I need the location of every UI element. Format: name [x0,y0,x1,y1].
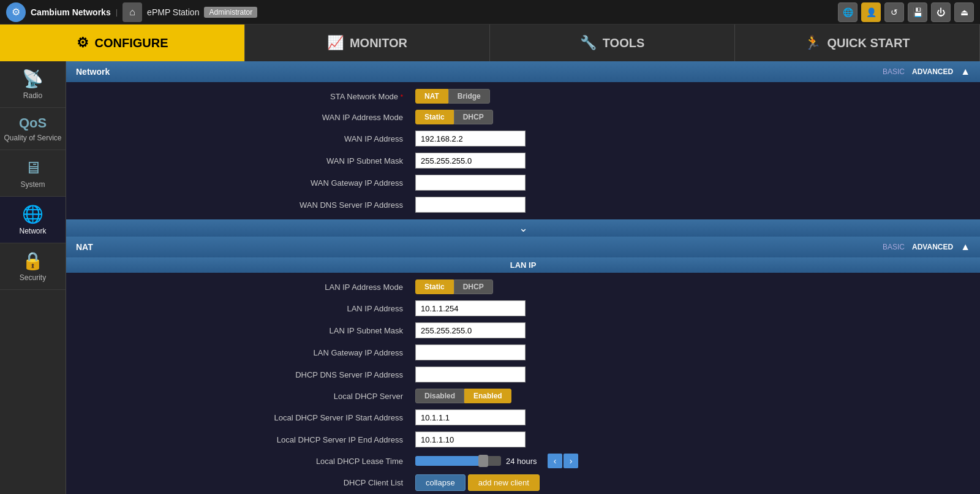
globe-icon-btn[interactable]: 🌐 [838,2,858,22]
dhcp-lease-nav: ‹ › [548,454,578,468]
top-bar-right: 🌐 👤 ↺ 💾 ⏻ ⏏ [838,2,974,22]
sta-bridge-btn[interactable]: Bridge [448,89,490,104]
dhcp-end-input[interactable] [415,431,526,447]
refresh-icon-btn[interactable]: ↺ [884,2,904,22]
main-layout: 📡 Radio QoS Quality of Service 🖥 System … [0,61,980,494]
required-star: * [401,93,403,101]
sidebar-item-radio-label: Radio [23,91,42,100]
wan-dns-input[interactable] [415,197,526,213]
power-icon-btn[interactable]: ⏻ [931,2,951,22]
nat-basic-link[interactable]: BASIC [883,243,905,251]
wan-subnet-input[interactable] [415,153,526,169]
network-advanced-link[interactable]: ADVANCED [912,67,953,76]
wan-ip-input[interactable] [415,131,526,146]
nat-section-controls: BASIC ADVANCED ▲ [883,241,970,253]
sidebar-item-qos-label: Quality of Service [4,134,61,142]
wan-subnet-row: WAN IP Subnet Mask [78,150,968,172]
save-icon-btn[interactable]: 💾 [908,2,927,22]
top-bar: ⚙ Cambium Networks | ⌂ ePMP Station Admi… [0,0,980,25]
collapse-btn[interactable]: collapse [415,474,466,491]
nat-advanced-link[interactable]: ADVANCED [912,243,953,251]
network-expand-row[interactable]: ⌄ [66,219,980,237]
network-basic-link[interactable]: BASIC [883,67,905,76]
lan-ip-subtitle: LAN IP [66,257,980,273]
nat-collapse-btn[interactable]: ▲ [960,241,970,253]
dhcp-end-controls [415,431,526,447]
dhcp-dns-input[interactable] [415,367,526,382]
sidebar-item-security[interactable]: 🔒 Security [0,243,66,290]
security-icon: 🔒 [22,251,43,271]
sta-network-mode-controls: NAT Bridge [415,89,490,104]
tab-quickstart-label: QUICK START [827,36,910,50]
device-name: ePMP Station [147,7,199,17]
wan-static-btn[interactable]: Static [415,110,454,124]
dhcp-start-input[interactable] [415,409,526,425]
sta-network-mode-label: STA Network Mode * [78,92,415,101]
wan-gateway-row: WAN Gateway IP Address [78,172,968,194]
dhcp-lease-slider-track[interactable] [415,456,501,466]
sidebar-item-security-label: Security [20,273,46,282]
tab-monitor[interactable]: 📈 MONITOR [245,25,490,61]
wan-gateway-input[interactable] [415,175,526,191]
local-dhcp-disabled-btn[interactable]: Disabled [415,389,464,403]
dhcp-client-list-controls: collapse add new client [415,474,540,491]
dhcp-lease-prev-btn[interactable]: ‹ [548,454,562,468]
lan-dhcp-btn[interactable]: DHCP [454,279,493,294]
dhcp-start-label: Local DHCP Server IP Start Address [78,413,415,422]
wan-ip-controls [415,131,526,146]
dhcp-lease-next-btn[interactable]: › [564,454,578,468]
wan-dns-controls [415,197,526,213]
local-dhcp-enabled-btn[interactable]: Enabled [464,389,511,403]
wan-ip-mode-toggle: Static DHCP [415,110,493,124]
wan-ip-mode-row: WAN IP Address Mode Static DHCP [78,107,968,127]
wan-dhcp-btn[interactable]: DHCP [454,110,493,124]
qos-icon: QoS [19,115,47,131]
quickstart-icon: 🏃 [804,35,821,51]
wan-ip-mode-label: WAN IP Address Mode [78,113,415,122]
dhcp-end-row: Local DHCP Server IP End Address [78,428,968,450]
network-section-title: Network [76,67,110,77]
lan-gateway-label: LAN Gateway IP Address [78,348,415,357]
lan-subnet-row: LAN IP Subnet Mask [78,319,968,341]
radio-icon: 📡 [22,69,43,89]
lan-static-btn[interactable]: Static [415,279,454,294]
dhcp-start-row: Local DHCP Server IP Start Address [78,406,968,428]
sidebar: 📡 Radio QoS Quality of Service 🖥 System … [0,61,66,494]
tab-monitor-label: MONITOR [350,36,407,50]
network-collapse-btn[interactable]: ▲ [960,66,970,77]
wan-subnet-controls [415,153,526,169]
wan-ip-label: WAN IP Address [78,134,415,143]
wan-ip-mode-controls: Static DHCP [415,110,493,124]
sta-network-mode-toggle: NAT Bridge [415,89,490,104]
dhcp-lease-value: 24 hours [506,457,543,466]
dhcp-lease-controls: 24 hours ‹ › [415,454,578,468]
lan-gateway-input[interactable] [415,344,526,360]
lan-ip-input[interactable] [415,300,526,316]
sidebar-item-network[interactable]: 🌐 Network [0,197,66,243]
sidebar-item-system[interactable]: 🖥 System [0,150,66,197]
dhcp-dns-row: DHCP DNS Server IP Address [78,363,968,386]
home-icon: ⌂ [123,2,142,22]
tab-tools[interactable]: 🔧 TOOLS [490,25,735,61]
lan-subnet-input[interactable] [415,322,526,338]
dhcp-client-list-label: DHCP Client List [78,478,415,487]
dhcp-client-list-row: DHCP Client List collapse add new client [78,471,968,494]
wan-subnet-label: WAN IP Subnet Mask [78,156,415,165]
lan-subnet-label: LAN IP Subnet Mask [78,326,415,335]
sidebar-item-qos[interactable]: QoS Quality of Service [0,108,66,150]
local-dhcp-row: Local DHCP Server Disabled Enabled [78,386,968,406]
add-new-client-btn[interactable]: add new client [468,474,540,491]
wan-dns-row: WAN DNS Server IP Address [78,194,968,216]
dhcp-lease-slider-thumb[interactable] [478,455,488,467]
lan-ip-mode-toggle: Static DHCP [415,279,493,294]
tab-quickstart[interactable]: 🏃 QUICK START [735,25,980,61]
logout-icon-btn[interactable]: ⏏ [954,2,974,22]
user-icon-btn[interactable]: 👤 [861,2,881,22]
sta-nat-btn[interactable]: NAT [415,89,448,104]
network-panel: Network BASIC ADVANCED ▲ STA Network Mod… [66,61,980,237]
sidebar-item-radio[interactable]: 📡 Radio [0,61,66,108]
wan-gateway-controls [415,175,526,191]
network-form-body: STA Network Mode * NAT Bridge WAN IP Add… [66,82,980,219]
tab-configure[interactable]: ⚙ CONFIGURE [0,25,245,61]
local-dhcp-label: Local DHCP Server [78,392,415,401]
